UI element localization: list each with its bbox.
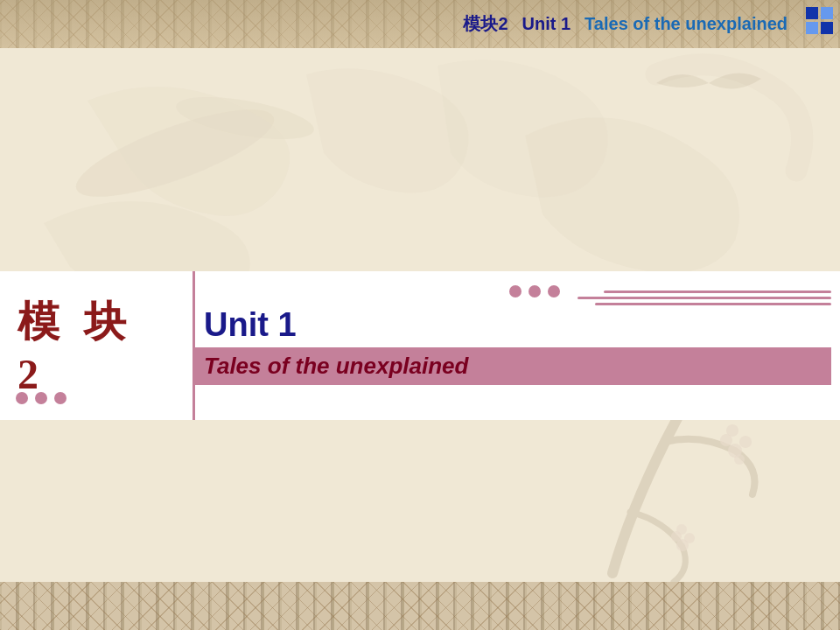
square-tr: [821, 7, 833, 19]
dot-r2: [528, 285, 541, 298]
content-band: 模 块 2 Unit 1: [0, 271, 840, 420]
header-bar: 模块2 Unit 1 Tales of the unexplained: [0, 0, 840, 48]
header-unit: Unit 1: [522, 14, 571, 34]
module-label: 模 块 2: [18, 294, 175, 398]
svg-point-14: [676, 524, 687, 535]
square-br: [821, 22, 833, 34]
header-module: 模块2: [463, 12, 508, 36]
decorative-lines: [569, 290, 831, 305]
svg-point-13: [684, 533, 695, 543]
header-text: 模块2 Unit 1 Tales of the unexplained: [463, 12, 788, 36]
svg-point-3: [720, 434, 732, 446]
svg-point-5: [726, 424, 738, 437]
deco-line-1: [604, 290, 831, 293]
page-wrapper: 模块2 Unit 1 Tales of the unexplained 模 块 …: [0, 0, 840, 630]
header-title: Tales of the unexplained: [584, 14, 788, 34]
dot-2: [35, 392, 47, 404]
dot-r1: [509, 285, 522, 298]
svg-point-11: [676, 539, 689, 551]
blue-squares-icon: [806, 7, 833, 34]
dot-3: [54, 392, 66, 404]
svg-point-12: [671, 531, 682, 542]
subtitle-row: Tales of the unexplained: [195, 347, 831, 385]
svg-point-0: [67, 93, 283, 214]
content-left: 模 块 2: [0, 271, 192, 420]
svg-point-2: [728, 444, 742, 458]
square-tl: [806, 7, 818, 19]
bottom-border-pattern: [0, 582, 840, 630]
svg-point-4: [739, 436, 752, 448]
content-right: Unit 1 Tales of the unexplained: [192, 271, 840, 420]
unit-title: Unit 1: [204, 306, 822, 344]
bottom-border: [0, 582, 840, 630]
deco-line-2: [578, 297, 831, 299]
dots-right-decoration: [509, 285, 560, 298]
square-bl: [806, 22, 818, 34]
dot-r3: [548, 285, 560, 298]
subtitle-text: Tales of the unexplained: [204, 353, 468, 379]
dot-1: [16, 392, 28, 404]
svg-point-1: [173, 88, 318, 147]
deco-line-3: [595, 303, 831, 305]
dots-left-decoration: [16, 392, 66, 404]
svg-point-6: [734, 454, 745, 465]
